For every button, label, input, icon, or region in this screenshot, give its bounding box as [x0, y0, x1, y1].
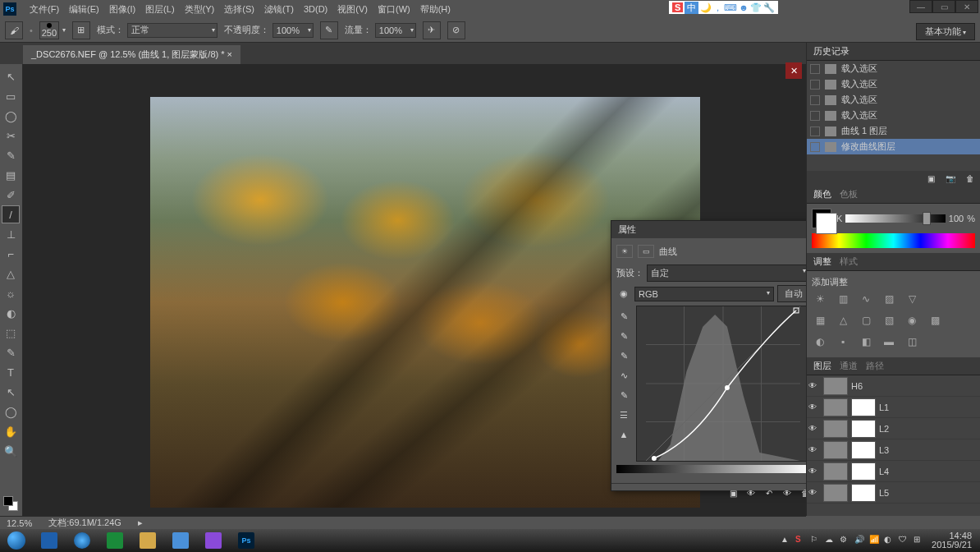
hue-icon[interactable]: ▦: [812, 313, 828, 328]
collapse-panel-button[interactable]: ✕: [785, 62, 802, 79]
adjust-icon[interactable]: ☀: [616, 245, 633, 258]
eraser-tool[interactable]: △: [2, 264, 20, 283]
layers-tab[interactable]: 图层: [813, 360, 831, 372]
visibility-icon[interactable]: 👁: [808, 381, 820, 390]
target-adjust-icon[interactable]: ◉: [616, 287, 631, 301]
snapshot-icon[interactable]: ▣: [924, 172, 937, 184]
posterize-icon[interactable]: ▪: [835, 334, 851, 349]
dodge-tool[interactable]: ⬚: [2, 324, 20, 342]
menu-select[interactable]: 选择(S): [219, 0, 259, 18]
maximize-button[interactable]: ▭: [932, 0, 955, 13]
blend-mode-select[interactable]: 正常: [127, 23, 218, 38]
canvas-area[interactable]: 第八步：对阴影部分的压暗 POCO 摄影专题 http://photo.poco…: [23, 64, 806, 516]
taskbar-folder[interactable]: [164, 529, 197, 552]
type-tool[interactable]: T: [2, 363, 20, 381]
brightness-icon[interactable]: ☀: [812, 292, 828, 306]
layer-row[interactable]: 👁L2: [807, 418, 980, 439]
menu-help[interactable]: 帮助(H): [415, 0, 456, 18]
eyedropper-gray-icon[interactable]: ✎: [616, 329, 631, 343]
start-button[interactable]: [0, 529, 33, 552]
exposure-icon[interactable]: ▨: [881, 292, 897, 306]
tray-icon[interactable]: S: [795, 535, 807, 546]
history-item[interactable]: 曲线 1 图层: [807, 123, 980, 139]
ime-moon-icon[interactable]: 🌙: [700, 2, 712, 13]
menu-file[interactable]: 文件(F): [25, 0, 64, 18]
document-tab[interactable]: _DSC2676.NEF @ 12.5% (曲线 1, 图层蒙版/8) * ×: [23, 45, 240, 64]
reset-icon[interactable]: ↶: [762, 487, 776, 499]
document-info[interactable]: 文档:69.1M/1.24G: [48, 517, 121, 529]
menu-view[interactable]: 视图(V): [332, 0, 373, 18]
pressure-size-toggle[interactable]: ⊘: [447, 21, 465, 39]
taskbar-media[interactable]: [98, 529, 131, 552]
visibility-icon[interactable]: 👁: [808, 402, 820, 412]
styles-tab[interactable]: 样式: [840, 255, 858, 268]
curve-point-icon[interactable]: ∿: [616, 368, 631, 383]
layer-row[interactable]: 👁L5: [807, 482, 980, 504]
ime-shirt-icon[interactable]: 👕: [750, 2, 762, 13]
heal-tool[interactable]: ✐: [2, 186, 20, 204]
layer-row[interactable]: 👁L1: [807, 397, 980, 418]
invert-icon[interactable]: ◐: [812, 334, 828, 349]
levels-icon[interactable]: ▥: [835, 292, 851, 306]
ime-punct-icon[interactable]: ，: [713, 2, 722, 14]
pressure-opacity-toggle[interactable]: ✎: [320, 21, 338, 39]
new-snapshot-icon[interactable]: 📷: [944, 172, 957, 184]
airbrush-toggle[interactable]: ✈: [423, 21, 441, 39]
brush-panel-toggle[interactable]: ⊞: [72, 21, 90, 39]
ime-tool-icon[interactable]: 🔧: [763, 2, 775, 13]
pen-tool[interactable]: ✎: [2, 343, 20, 361]
marquee-tool[interactable]: ▭: [2, 87, 20, 105]
delete-adjust-icon[interactable]: 🗑: [799, 487, 806, 499]
color-swatch[interactable]: [812, 209, 831, 228]
stamp-tool[interactable]: ⊥: [2, 225, 20, 243]
clip-icon[interactable]: ▣: [726, 487, 740, 499]
move-tool[interactable]: ↖: [2, 67, 20, 85]
menu-filter[interactable]: 滤镜(T): [259, 0, 299, 18]
path-select-tool[interactable]: ↖: [2, 383, 20, 401]
ime-bar[interactable]: S 中 🌙 ， ⌨ ☻ 👕 🔧: [669, 1, 778, 14]
history-item[interactable]: 修改曲线图层: [807, 139, 980, 154]
visibility-icon[interactable]: 👁: [808, 424, 820, 433]
minimize-button[interactable]: —: [909, 0, 932, 13]
brush-tool-icon[interactable]: 🖌: [5, 21, 23, 39]
smooth-icon[interactable]: ☰: [616, 407, 631, 422]
tray-icon[interactable]: ⚐: [810, 535, 822, 546]
ime-face-icon[interactable]: ☻: [739, 2, 749, 12]
history-brush-tool[interactable]: ⌐: [2, 245, 20, 263]
menu-edit[interactable]: 编辑(E): [64, 0, 104, 18]
ime-kbd-icon[interactable]: ⌨: [724, 2, 737, 13]
lasso-tool[interactable]: ◯: [2, 107, 20, 125]
visibility-icon[interactable]: 👁: [808, 445, 820, 454]
workspace-switcher[interactable]: 基本功能: [916, 23, 975, 40]
hand-tool[interactable]: ✋: [2, 422, 20, 440]
menu-window[interactable]: 窗口(W): [373, 0, 415, 18]
eyedropper-black-icon[interactable]: ✎: [616, 309, 631, 324]
ime-lang[interactable]: 中: [685, 2, 698, 14]
k-slider[interactable]: [845, 214, 946, 223]
channel-select[interactable]: RGB: [634, 287, 774, 301]
curves-graph[interactable]: [636, 306, 806, 462]
vibrance-icon[interactable]: ▽: [904, 292, 920, 306]
swatches-tab[interactable]: 色板: [840, 188, 858, 200]
taskbar-explorer[interactable]: [131, 529, 164, 552]
auto-button[interactable]: 自动: [777, 285, 806, 302]
zoom-level[interactable]: 12.5%: [7, 518, 32, 528]
curve-pencil-icon[interactable]: ✎: [616, 388, 631, 402]
visibility-icon[interactable]: 👁: [781, 487, 794, 499]
tray-icon[interactable]: ⊞: [914, 535, 925, 546]
history-item[interactable]: 载入选区: [807, 61, 980, 76]
tray-icon[interactable]: ▲: [781, 535, 792, 546]
mask-icon[interactable]: ▭: [638, 245, 654, 258]
tray-icon[interactable]: ◐: [884, 535, 895, 546]
gradient-tool[interactable]: ☼: [2, 284, 20, 302]
menu-type[interactable]: 类型(Y): [180, 0, 220, 18]
lookup-icon[interactable]: ▩: [927, 313, 943, 328]
tray-icon[interactable]: ☁: [825, 535, 836, 546]
visibility-icon[interactable]: 👁: [808, 488, 820, 497]
tray-icon[interactable]: 📶: [869, 535, 881, 546]
balance-icon[interactable]: △: [835, 313, 851, 328]
taskbar-browser[interactable]: [66, 529, 98, 552]
foreground-background-swatch[interactable]: [3, 496, 18, 511]
tray-icon[interactable]: 🛡: [899, 535, 910, 546]
channels-tab[interactable]: 通道: [840, 360, 858, 372]
